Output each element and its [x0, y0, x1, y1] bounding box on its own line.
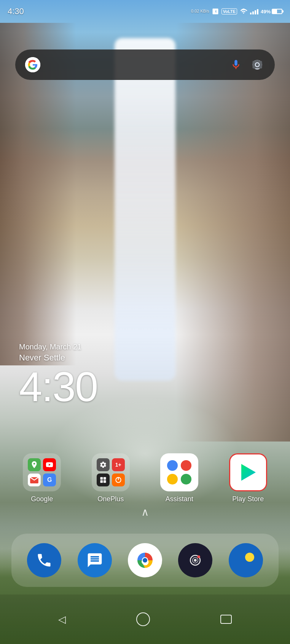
mini-tools-icon	[112, 473, 125, 486]
assistant-dot-yellow	[167, 474, 178, 485]
network-speed-text: 0.02 KB/s	[191, 9, 209, 14]
assistant-dot-blue	[167, 460, 178, 471]
chevron-up-icon: ∧	[141, 506, 149, 518]
nfc-icon	[212, 8, 219, 15]
oneplus-folder-label: OnePlus	[97, 495, 124, 503]
google-folder-label: Google	[31, 495, 53, 503]
back-button[interactable]: ◁	[58, 614, 66, 625]
status-icons: 0.02 KB/s VoLTE 49%	[191, 8, 282, 15]
battery-percentage: 49%	[261, 9, 271, 14]
motto-label: Never Settle	[19, 353, 97, 363]
dock-photos-icon[interactable]	[229, 543, 263, 577]
assistant-app-icon[interactable]	[160, 453, 198, 491]
play-store-app-label: Play Store	[232, 495, 264, 503]
mini-maps-icon	[28, 458, 41, 471]
play-store-app-icon[interactable]	[229, 453, 267, 491]
google-folder-item[interactable]: G Google	[15, 453, 69, 503]
mini-youtube-icon	[43, 458, 56, 471]
oneplus-folder-icon[interactable]: 1+	[92, 453, 130, 491]
camera-search-icon[interactable]	[249, 56, 266, 73]
mini-app-icon	[97, 473, 110, 486]
recents-button[interactable]	[220, 615, 232, 624]
clock-large: 4:30	[19, 366, 97, 408]
mini-settings-icon	[97, 458, 110, 471]
dock-camera-app-icon[interactable]	[178, 543, 212, 577]
svg-rect-9	[104, 480, 106, 483]
volte-icon: VoLTE	[221, 8, 237, 14]
wifi-icon	[239, 8, 248, 15]
svg-rect-6	[100, 477, 103, 480]
dock-messages-icon[interactable]	[78, 543, 112, 577]
svg-rect-23	[234, 564, 257, 572]
google-folder-icon[interactable]: G	[23, 453, 61, 491]
mic-icon[interactable]	[228, 56, 244, 73]
google-logo: G G	[24, 56, 41, 73]
nav-bar: ◁	[0, 595, 290, 644]
svg-point-22	[245, 553, 254, 562]
network-speed: 0.02 KB/s	[191, 9, 209, 14]
date-time-widget: Monday, March 21 Never Settle 4:30	[19, 343, 97, 408]
mini-google-icon: G	[43, 473, 56, 486]
oneplus-folder-item[interactable]: 1+ OnePlus	[84, 453, 137, 503]
home-button[interactable]	[136, 612, 150, 626]
assistant-dot-red	[181, 460, 191, 471]
search-bar[interactable]: G G	[15, 49, 275, 80]
date-label: Monday, March 21	[19, 343, 97, 351]
swipe-up-indicator: ∧	[141, 506, 149, 518]
assistant-app-label: Assistant	[166, 495, 193, 503]
svg-point-20	[198, 555, 200, 558]
waterfall	[115, 38, 175, 381]
status-time: 4:30	[8, 6, 24, 16]
dock	[11, 534, 279, 587]
svg-point-15	[143, 558, 147, 563]
svg-point-19	[194, 559, 197, 561]
mini-gmail-icon	[28, 473, 41, 486]
play-store-app-item[interactable]: Play Store	[221, 453, 275, 503]
cliff-right	[176, 23, 290, 442]
dock-chrome-icon[interactable]	[128, 543, 162, 577]
mini-oneplus-icon: 1+	[112, 458, 125, 471]
assistant-dot-green	[181, 474, 191, 485]
svg-point-5	[256, 63, 259, 66]
app-grid: G Google 1+	[0, 453, 290, 503]
status-bar: 4:30 0.02 KB/s VoLTE 49%	[0, 0, 290, 23]
svg-marker-12	[241, 464, 256, 481]
signal-icon	[250, 8, 258, 14]
assistant-app-item[interactable]: Assistant	[153, 453, 206, 503]
dock-phone-icon[interactable]	[27, 543, 61, 577]
svg-rect-7	[104, 477, 106, 480]
battery-icon: 49%	[261, 9, 282, 14]
svg-rect-8	[100, 480, 103, 483]
